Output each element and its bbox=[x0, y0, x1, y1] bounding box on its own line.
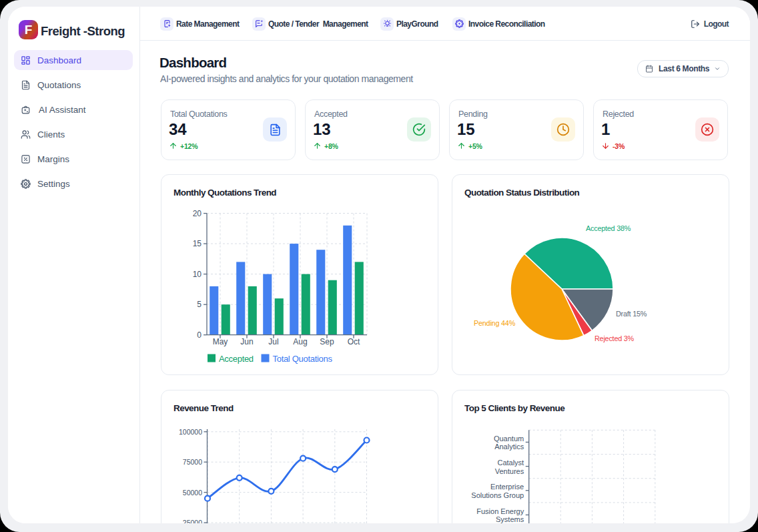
svg-text:Systems: Systems bbox=[496, 515, 524, 523]
svg-text:15: 15 bbox=[193, 239, 202, 248]
svg-text:Jul: Jul bbox=[268, 337, 278, 346]
svg-text:100000: 100000 bbox=[179, 428, 202, 436]
svg-text:20: 20 bbox=[193, 209, 202, 218]
svg-text:Catalyst: Catalyst bbox=[497, 459, 524, 467]
svg-text:Solutions Group: Solutions Group bbox=[471, 491, 524, 499]
svg-text:Sep: Sep bbox=[320, 337, 334, 346]
svg-text:Quantum: Quantum bbox=[494, 435, 524, 443]
svg-text:Oct: Oct bbox=[348, 337, 360, 346]
svg-text:75000: 75000 bbox=[183, 458, 202, 466]
svg-text:Accepted: Accepted bbox=[219, 354, 254, 364]
svg-text:Draft 15%: Draft 15% bbox=[616, 310, 647, 318]
svg-text:Accepted 38%: Accepted 38% bbox=[586, 224, 631, 232]
svg-text:5: 5 bbox=[197, 300, 202, 309]
svg-text:Analytics: Analytics bbox=[494, 443, 524, 451]
svg-text:May: May bbox=[213, 337, 228, 346]
svg-text:Fusion Energy: Fusion Energy bbox=[476, 507, 524, 515]
svg-text:Aug: Aug bbox=[293, 337, 307, 346]
svg-text:0: 0 bbox=[197, 330, 202, 340]
svg-text:Pending 44%: Pending 44% bbox=[474, 319, 516, 327]
svg-text:25000: 25000 bbox=[183, 519, 202, 523]
svg-text:Ventures: Ventures bbox=[495, 467, 524, 475]
svg-text:10: 10 bbox=[193, 270, 202, 279]
svg-text:Enterprise: Enterprise bbox=[490, 483, 524, 491]
svg-text:50000: 50000 bbox=[183, 489, 202, 497]
svg-text:Jun: Jun bbox=[240, 337, 253, 346]
svg-text:Rejected 3%: Rejected 3% bbox=[595, 334, 635, 342]
svg-text:Total Quotations: Total Quotations bbox=[273, 354, 333, 364]
